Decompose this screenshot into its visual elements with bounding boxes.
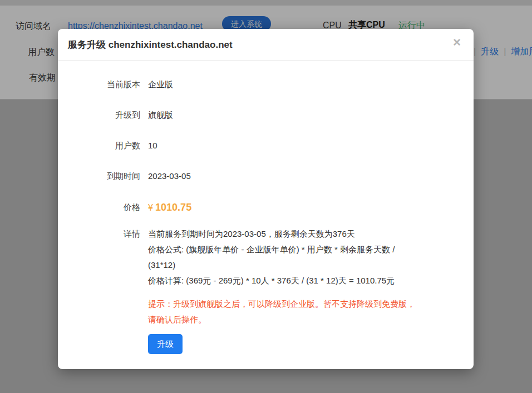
expire-date-value: 2023-03-05 bbox=[148, 170, 191, 182]
dialog-header: 服务升级 chenzhixintest.chandao.net × bbox=[58, 29, 474, 61]
user-count-row: 用户数 10 bbox=[58, 140, 458, 151]
upgrade-button[interactable]: 升级 bbox=[148, 334, 183, 354]
warning-line: 请确认后操作。 bbox=[148, 312, 458, 327]
upgrade-to-value: 旗舰版 bbox=[148, 109, 173, 121]
service-upgrade-dialog: 服务升级 chenzhixintest.chandao.net × 当前版本 企… bbox=[58, 29, 474, 369]
price-amount: 1010.75 bbox=[155, 202, 191, 213]
warning-line: 提示：升级到旗舰版之后，可以降级到企业版。暂不支持降级到免费版， bbox=[148, 296, 458, 312]
user-count-value: 10 bbox=[148, 140, 157, 151]
detail-line: 当前服务到期时间为2023-03-05，服务剩余天数为376天 bbox=[148, 226, 395, 242]
upgrade-to-label: 升级到 bbox=[58, 109, 140, 121]
detail-label: 详情 bbox=[58, 226, 140, 288]
close-icon[interactable]: × bbox=[449, 34, 465, 50]
detail-line: (31*12) bbox=[148, 257, 395, 273]
current-version-label: 当前版本 bbox=[58, 78, 140, 90]
detail-text: 当前服务到期时间为2023-03-05，服务剩余天数为376天 价格公式: (旗… bbox=[148, 226, 395, 288]
warning-text: 提示：升级到旗舰版之后，可以降级到企业版。暂不支持降级到免费版， 请确认后操作。 bbox=[148, 296, 458, 327]
dialog-title: 服务升级 chenzhixintest.chandao.net bbox=[68, 38, 462, 52]
current-version-row: 当前版本 企业版 bbox=[58, 78, 458, 90]
price-row: 价格 ¥ 1010.75 bbox=[58, 201, 458, 215]
current-version-value: 企业版 bbox=[148, 78, 173, 90]
dialog-body: 当前版本 企业版 升级到 旗舰版 用户数 10 到期时间 2023-03-05 … bbox=[58, 61, 474, 354]
user-count-label: 用户数 bbox=[58, 140, 140, 151]
price-label: 价格 bbox=[58, 201, 140, 215]
expire-date-row: 到期时间 2023-03-05 bbox=[58, 170, 458, 182]
detail-row: 详情 当前服务到期时间为2023-03-05，服务剩余天数为376天 价格公式:… bbox=[58, 228, 458, 288]
detail-line: 价格公式: (旗舰版年单价 - 企业版年单价) * 用户数 * 剩余服务天数 / bbox=[148, 242, 395, 257]
price-value: ¥ 1010.75 bbox=[148, 201, 191, 215]
upgrade-to-row: 升级到 旗舰版 bbox=[58, 109, 458, 121]
detail-line: 价格计算: (369元 - 269元) * 10人 * 376天 / (31 *… bbox=[148, 273, 395, 288]
currency-symbol: ¥ bbox=[148, 203, 153, 212]
expire-date-label: 到期时间 bbox=[58, 170, 140, 182]
screen: 访问域名 https://chenzhixintest.chandao.net … bbox=[0, 0, 532, 393]
